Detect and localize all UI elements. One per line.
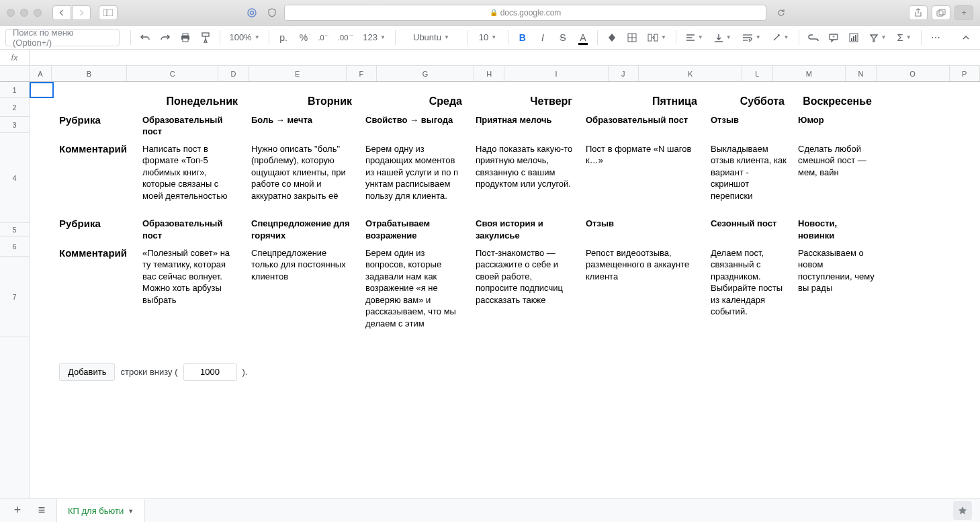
cell[interactable]: Берем один из вопросов, которые задавали… (360, 245, 470, 333)
cell[interactable]: Берем одну из продающих моментов из наше… (360, 140, 470, 205)
cell[interactable]: Выкладываем отзыв клиента, как вариант -… (705, 140, 793, 205)
column-header[interactable]: E (249, 66, 347, 81)
column-header[interactable]: L (742, 66, 772, 81)
cell[interactable]: Новости, новинки (793, 215, 880, 244)
cell[interactable]: Спецпредложение только для постоянных кл… (246, 245, 360, 333)
grid-body[interactable]: A B C D E F G H I J K L M N O P Понедель… (30, 66, 980, 498)
tracking-shield-icon[interactable] (244, 5, 260, 20)
zoom-dropdown[interactable]: 100%▼ (226, 29, 263, 46)
cell[interactable]: Репост видеоотзыва, размещенного в аккау… (580, 245, 705, 333)
cell[interactable]: Нужно описать "боль" (проблему), которую… (246, 140, 360, 205)
row-header[interactable]: 1 (0, 82, 29, 98)
cell-day-fri[interactable]: Пятница (580, 91, 705, 112)
cell-day-sun[interactable]: Воскресенье (793, 91, 880, 112)
column-header[interactable]: A (30, 66, 52, 81)
cell[interactable]: Написать пост в формате «Топ-5 любимых к… (137, 140, 246, 205)
cell[interactable]: Свойство → выгода (360, 112, 470, 140)
cell[interactable]: Сделать любой смешной пост — мем, вайн (793, 140, 880, 205)
cell[interactable]: Пост в формате «N шагов к…» (580, 140, 705, 205)
cell-label-comment[interactable]: Комментарий (54, 245, 137, 333)
all-sheets-button[interactable]: ≡ (32, 501, 51, 520)
cell[interactable]: «Полезный совет» на ту тематику, которая… (137, 245, 246, 333)
cell[interactable]: Образовательный пост (137, 215, 246, 244)
row-header[interactable]: 6 (0, 236, 29, 257)
add-rows-input[interactable] (183, 363, 237, 381)
print-button[interactable] (177, 29, 194, 46)
cell[interactable]: Пост-знакомство — расскажите о себе и св… (470, 245, 580, 333)
column-header[interactable]: F (347, 66, 377, 81)
cell[interactable]: Отзыв (705, 112, 793, 140)
column-header[interactable]: N (846, 66, 876, 81)
row-header[interactable]: 5 (0, 223, 29, 236)
maximize-window[interactable] (34, 9, 42, 17)
tabs-button[interactable] (932, 5, 950, 20)
forward-button[interactable] (72, 5, 91, 20)
formula-input[interactable] (30, 50, 980, 65)
column-header[interactable]: H (474, 66, 504, 81)
cell-day-mon[interactable]: Понедельник (137, 91, 246, 112)
cell-label-comment[interactable]: Комментарий (54, 140, 137, 205)
sidebar-toggle[interactable] (99, 5, 118, 20)
address-bar[interactable]: 🔒 docs.google.com (284, 5, 766, 21)
text-color-button[interactable]: A (574, 29, 592, 46)
column-header[interactable]: O (877, 66, 950, 81)
cell[interactable]: Сезонный пост (705, 215, 793, 244)
column-header[interactable]: K (639, 66, 742, 81)
add-sheet-button[interactable]: + (8, 501, 27, 520)
cell[interactable]: Надо показать какую-то приятную мелочь, … (470, 140, 580, 205)
add-rows-button[interactable]: Добавить (59, 363, 115, 381)
column-header[interactable]: J (609, 66, 639, 81)
currency-format-button[interactable]: р. (275, 29, 292, 46)
collapse-toolbar-button[interactable] (957, 29, 975, 46)
share-button[interactable] (909, 5, 928, 20)
cell[interactable]: Отрабатываем возражение (360, 215, 470, 244)
more-button[interactable]: ⋯ (927, 29, 944, 46)
functions-dropdown[interactable]: Σ▼ (893, 29, 915, 46)
v-align-dropdown[interactable]: ▼ (710, 29, 736, 46)
cell[interactable]: Спецпредложение для горячих (246, 215, 360, 244)
cell-day-tue[interactable]: Вторник (246, 91, 360, 112)
text-rotation-dropdown[interactable]: ▼ (768, 29, 793, 46)
insert-link-button[interactable] (805, 29, 822, 46)
font-size-dropdown[interactable]: 10▼ (473, 29, 502, 46)
fill-color-button[interactable] (603, 29, 621, 46)
cell[interactable]: Рассказываем о новом поступлении, чему в… (793, 245, 880, 333)
borders-button[interactable] (623, 29, 641, 46)
strikethrough-button[interactable]: S (554, 29, 572, 46)
column-header[interactable]: D (218, 66, 249, 81)
active-cell-a1[interactable] (30, 82, 54, 98)
column-header[interactable]: C (127, 66, 218, 81)
cell[interactable]: Делаем пост, связанный с праздником. Выб… (705, 245, 793, 333)
cell[interactable]: Образовательный пост (580, 112, 705, 140)
cell[interactable]: Образовательный пост (137, 112, 246, 140)
cell[interactable]: Юмор (793, 112, 880, 140)
cell[interactable]: Приятная мелочь (470, 112, 580, 140)
column-header[interactable]: M (773, 66, 846, 81)
paint-format-button[interactable] (197, 29, 214, 46)
bold-button[interactable]: B (514, 29, 531, 46)
cell-label-rubric[interactable]: Рубрика (54, 215, 137, 244)
column-header[interactable]: I (504, 66, 608, 81)
merge-cells-dropdown[interactable]: ▼ (643, 29, 670, 46)
back-button[interactable] (52, 5, 71, 20)
column-header[interactable]: G (377, 66, 474, 81)
percent-format-button[interactable]: % (295, 29, 312, 46)
redo-button[interactable] (157, 29, 174, 46)
decrease-decimal-button[interactable]: .0← (315, 29, 332, 46)
row-header[interactable]: 7 (0, 257, 29, 337)
select-all-corner[interactable] (0, 66, 29, 82)
row-header[interactable]: 4 (0, 133, 29, 223)
increase-decimal-button[interactable]: .00→ (335, 29, 356, 46)
undo-button[interactable] (136, 29, 154, 46)
row-header[interactable]: 3 (0, 117, 29, 133)
reload-button[interactable] (773, 5, 789, 20)
sheet-tab-active[interactable]: КП для бьюти ▼ (56, 498, 145, 523)
cell-day-wed[interactable]: Среда (360, 91, 470, 112)
cell[interactable]: Отзыв (580, 215, 705, 244)
font-dropdown[interactable]: Ubuntu▼ (401, 29, 461, 46)
column-header[interactable]: P (950, 66, 980, 81)
insert-comment-button[interactable]: + (825, 29, 842, 46)
filter-dropdown[interactable]: ▼ (865, 29, 891, 46)
column-header[interactable]: B (52, 66, 127, 81)
cell[interactable] (54, 91, 137, 112)
